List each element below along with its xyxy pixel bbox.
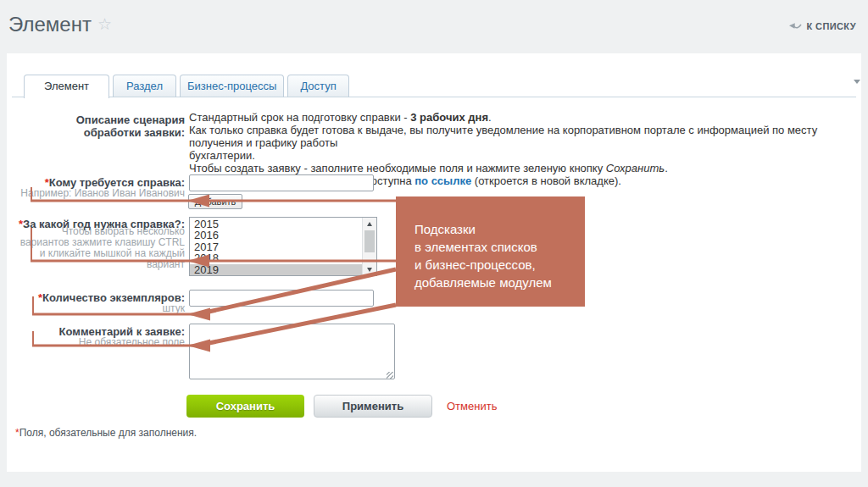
apply-button[interactable]: Применить — [314, 395, 432, 418]
description-line-4: Чтобы создать заявку - заполните необход… — [189, 162, 863, 174]
recipient-input[interactable] — [189, 174, 374, 191]
add-value-button[interactable]: Добавить — [188, 194, 242, 209]
comment-textarea[interactable] — [189, 324, 395, 379]
scroll-down-button[interactable] — [363, 263, 376, 275]
cancel-link[interactable]: Отменить — [447, 400, 497, 412]
tab-access[interactable]: Доступ — [287, 75, 348, 97]
year-option[interactable]: 2017 — [190, 241, 362, 252]
copies-input[interactable] — [189, 290, 374, 307]
scrollbar-thumb[interactable] — [364, 230, 375, 252]
tab-business-processes[interactable]: Бизнес-процессы — [180, 75, 284, 97]
year-hint: Чтобы выбрать несколько вариантов зажмит… — [17, 226, 185, 270]
annotation-callout: Подсказки в элементах списков и бизнес-п… — [396, 196, 585, 307]
description-line-2: Как только справка будет готова к выдаче… — [189, 124, 863, 149]
tab-bar: Элемент Раздел Бизнес-процессы Доступ — [24, 75, 349, 98]
scroll-down-icon — [367, 268, 372, 272]
copies-label: *Количество экземпляров: — [17, 291, 185, 304]
description-label: Описание сценария обработки заявки: — [17, 113, 185, 139]
instruction-link[interactable]: по ссылке — [415, 174, 471, 187]
save-button[interactable]: Сохранить — [186, 395, 304, 418]
annotation-text-line: добавляемые модулем — [415, 274, 585, 291]
listbox-scrollbar[interactable] — [362, 218, 376, 275]
copies-hint: штук — [17, 303, 185, 314]
favorite-star-icon[interactable]: ☆ — [97, 15, 112, 33]
scroll-up-button[interactable] — [363, 218, 376, 230]
recipient-hint: Например: Иванов Иван Иванович — [17, 188, 185, 199]
back-to-list-link[interactable]: к списку — [789, 21, 856, 31]
required-fields-footnote: *Поля, обязательные для заполнения. — [15, 427, 197, 439]
year-options: 2015 2016 2017 2018 2019 — [190, 218, 362, 275]
tab-section[interactable]: Раздел — [113, 75, 176, 97]
back-arrow-icon — [789, 22, 802, 31]
year-option[interactable]: 2015 — [190, 219, 362, 230]
annotation-text-line: и бизнес-процессов, — [415, 256, 585, 274]
comment-hint: Не обязательное поле — [17, 337, 185, 348]
year-listbox[interactable]: 2015 2016 2017 2018 2019 — [189, 217, 377, 276]
tab-element[interactable]: Элемент — [24, 75, 109, 98]
year-option[interactable]: 2016 — [190, 230, 362, 241]
annotation-text-line: Подсказки — [415, 220, 585, 238]
back-to-list-label: к списку — [806, 21, 856, 31]
description-line-1: Стандартный срок на подготовку справки -… — [189, 111, 863, 124]
description-line-3: бухгалтерии. — [189, 149, 863, 162]
page-title-text: Элемент — [8, 13, 92, 36]
year-option[interactable]: 2018 — [190, 252, 362, 263]
annotation-text-line: в элементах списков — [415, 238, 585, 256]
tabs-dropdown-icon[interactable] — [854, 80, 860, 84]
scroll-up-icon — [367, 222, 372, 226]
page-title: Элемент☆ — [8, 13, 112, 36]
resize-handle-icon[interactable] — [387, 372, 393, 379]
year-option-selected[interactable]: 2019 — [190, 264, 362, 275]
